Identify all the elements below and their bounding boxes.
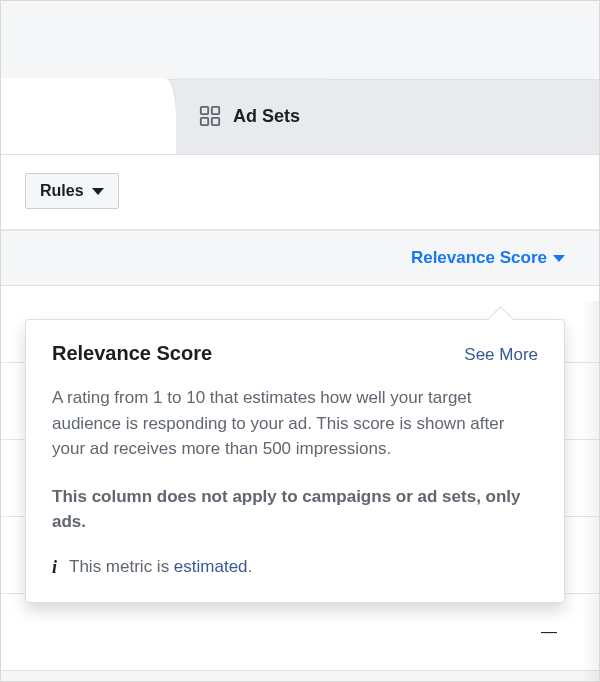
tooltip-popover: Relevance Score See More A rating from 1…: [25, 319, 565, 603]
table-row[interactable]: —: [1, 594, 599, 671]
popover-title: Relevance Score: [52, 342, 212, 365]
footer-prefix: This metric is: [69, 557, 174, 576]
tab-previous[interactable]: [1, 78, 177, 154]
svg-rect-2: [201, 118, 208, 125]
column-label-text: Relevance Score: [411, 248, 547, 268]
toolbar: Rules: [1, 155, 599, 230]
tabs-row: Ad Sets: [1, 79, 599, 155]
popover-footer-text: This metric is estimated.: [69, 557, 252, 577]
rules-button[interactable]: Rules: [25, 173, 119, 209]
footer-suffix: .: [248, 557, 253, 576]
svg-rect-1: [212, 107, 219, 114]
caret-down-icon: [92, 188, 104, 195]
tab-label: Ad Sets: [233, 106, 300, 127]
popover-footer: i This metric is estimated.: [52, 557, 538, 578]
popover-header: Relevance Score See More: [52, 342, 538, 365]
rules-button-label: Rules: [40, 182, 84, 200]
see-more-link[interactable]: See More: [464, 345, 538, 365]
popover-description: A rating from 1 to 10 that estimates how…: [52, 385, 538, 462]
column-relevance-score[interactable]: Relevance Score: [411, 248, 565, 268]
popover-note: This column does not apply to campaigns …: [52, 484, 538, 535]
cell-value: —: [541, 623, 557, 641]
header-space: [1, 1, 599, 79]
sort-caret-down-icon: [553, 255, 565, 262]
column-header-row: Relevance Score: [1, 230, 599, 286]
svg-rect-3: [212, 118, 219, 125]
svg-rect-0: [201, 107, 208, 114]
info-icon: i: [52, 557, 57, 578]
tab-ad-sets[interactable]: Ad Sets: [177, 78, 326, 154]
grid-icon: [199, 105, 221, 127]
estimated-link[interactable]: estimated: [174, 557, 248, 576]
